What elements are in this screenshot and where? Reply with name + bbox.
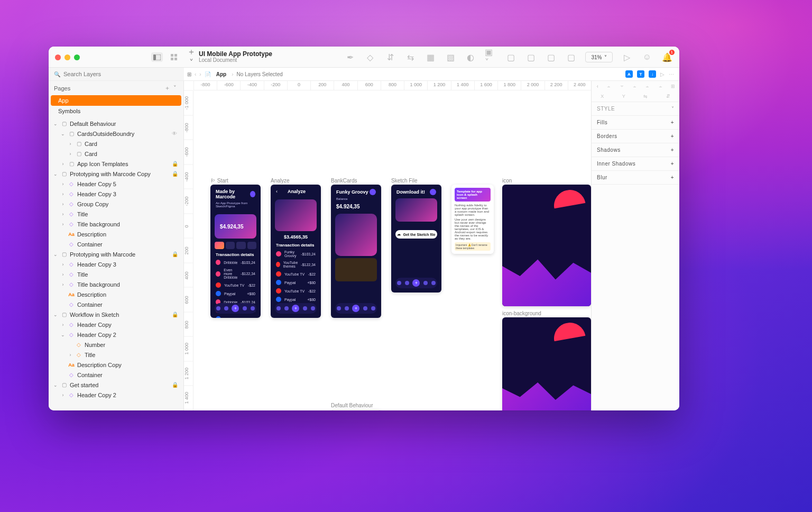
align-right-icon[interactable]: ⫟ bbox=[620, 84, 624, 89]
layer-row[interactable]: ⌄▢CardsOutsideBoundry👁 bbox=[49, 129, 183, 139]
artboard-label-bankcards[interactable]: BankCards bbox=[331, 178, 357, 184]
tab-stats-icon[interactable] bbox=[284, 306, 289, 310]
layer-row[interactable]: ›◇Title background bbox=[49, 219, 183, 229]
layer-row[interactable]: AaDescription bbox=[49, 289, 183, 299]
ellipsis-icon[interactable]: ⋯ bbox=[669, 71, 674, 77]
disclosure-open-icon[interactable]: ⌄ bbox=[53, 252, 58, 257]
lock-icon[interactable]: 🔒 bbox=[172, 171, 179, 177]
tab-stats-icon[interactable] bbox=[405, 281, 409, 285]
lock-icon[interactable]: 🔒 bbox=[172, 312, 179, 317]
artboard-icon-background[interactable] bbox=[502, 317, 591, 410]
plus-icon[interactable]: + bbox=[671, 175, 674, 180]
minimize-window-button[interactable] bbox=[64, 54, 70, 60]
ungroup-icon[interactable]: ▧ bbox=[445, 51, 456, 63]
back-icon[interactable]: ‹ bbox=[276, 189, 278, 194]
layer-row[interactable]: ›◇Header Copy 3 bbox=[49, 189, 183, 199]
artboard-label-analyze[interactable]: Analyze bbox=[271, 178, 290, 184]
breadcrumb-page[interactable]: App bbox=[214, 71, 228, 78]
artboard-label-sketchfile[interactable]: Sketch File bbox=[391, 178, 417, 184]
layer-row[interactable]: AaDescription Copy bbox=[49, 360, 183, 370]
align-left-icon[interactable]: ⫞ bbox=[596, 84, 598, 89]
layer-row[interactable]: ›◇Group Copy bbox=[49, 199, 183, 209]
layer-row[interactable]: ›◇Title bbox=[49, 269, 183, 279]
bool-intersect-icon[interactable]: ▢ bbox=[545, 51, 557, 63]
disclosure-closed-icon[interactable]: › bbox=[68, 352, 73, 358]
visibility-icon[interactable]: 👁 bbox=[172, 131, 179, 136]
grid-icon[interactable]: ⊞ bbox=[187, 71, 191, 77]
close-window-button[interactable] bbox=[55, 54, 61, 60]
tab-stats-icon[interactable] bbox=[345, 306, 349, 310]
layer-row[interactable]: ›◇Header Copy 3 bbox=[49, 259, 183, 269]
maximize-window-button[interactable] bbox=[74, 54, 80, 60]
layer-row[interactable]: ›◇Header Copy bbox=[49, 319, 183, 330]
tab-home-icon[interactable] bbox=[337, 306, 341, 310]
tab-home-icon[interactable] bbox=[276, 306, 281, 310]
bool-union-icon[interactable]: ▢ bbox=[505, 51, 516, 63]
layer-row[interactable]: ›▢Card bbox=[49, 149, 183, 159]
align-bottom-icon[interactable]: ⫠ bbox=[658, 84, 663, 89]
cloud-user-icon[interactable]: ☺ bbox=[641, 51, 653, 63]
tab-home-icon[interactable] bbox=[397, 281, 401, 285]
disclosure-closed-icon[interactable]: › bbox=[60, 272, 66, 277]
disclosure-closed-icon[interactable]: › bbox=[68, 141, 73, 147]
tab-cards-icon[interactable] bbox=[303, 306, 307, 310]
artboard-default-behaviour[interactable] bbox=[331, 409, 381, 410]
disclosure-open-icon[interactable]: ⌄ bbox=[53, 312, 58, 317]
disclosure-closed-icon[interactable]: › bbox=[60, 212, 66, 217]
flip-h-icon[interactable]: ⇋ bbox=[643, 94, 648, 99]
disclosure-open-icon[interactable]: ⌄ bbox=[53, 171, 58, 177]
artboard-label-iconbg[interactable]: icon-background bbox=[502, 310, 541, 316]
tab-profile-icon[interactable] bbox=[431, 281, 436, 285]
artboard-label-icon[interactable]: icon bbox=[502, 178, 512, 184]
prototype-pill-a[interactable]: A bbox=[625, 70, 633, 78]
layer-row[interactable]: AaDescription bbox=[49, 229, 183, 239]
tab-profile-icon[interactable] bbox=[251, 306, 255, 310]
inspector-inner-shadows[interactable]: Inner Shadows+ bbox=[592, 157, 679, 171]
lock-icon[interactable]: 🔒 bbox=[172, 161, 179, 167]
layer-row[interactable]: ◇Number bbox=[49, 340, 183, 350]
play-icon[interactable]: ▷ bbox=[660, 71, 665, 77]
flip-v-icon[interactable]: ⇵ bbox=[666, 94, 670, 99]
tab-home-icon[interactable] bbox=[216, 306, 220, 310]
inspector-style-header[interactable]: STYLE˅ bbox=[592, 102, 679, 116]
disclosure-closed-icon[interactable]: › bbox=[60, 161, 66, 167]
layer-row[interactable]: ⌄▢Prototyping with Marcode Copy🔒 bbox=[49, 169, 183, 179]
artboard-start[interactable]: Made by Marcode An App Prototype from Sk… bbox=[210, 185, 261, 318]
layer-list[interactable]: ⌄▢Default Behaviour⌄▢CardsOutsideBoundry… bbox=[49, 116, 183, 410]
insert-menu-button[interactable]: ＋ ˅ bbox=[184, 47, 199, 68]
layer-row[interactable]: ⌄▢Default Behaviour bbox=[49, 118, 183, 129]
plus-icon[interactable]: + bbox=[671, 161, 674, 167]
tab-profile-icon[interactable] bbox=[311, 306, 315, 310]
scale-icon[interactable]: ▣ ˅ bbox=[485, 51, 496, 63]
inspector-borders[interactable]: Borders+ bbox=[592, 130, 679, 143]
tab-add-button[interactable]: + bbox=[232, 305, 239, 312]
layer-row[interactable]: ›▢App Icon Templates🔒 bbox=[49, 159, 183, 169]
disclosure-closed-icon[interactable]: › bbox=[60, 191, 66, 197]
plus-icon[interactable]: + bbox=[671, 147, 674, 153]
align-v-icon[interactable]: ⇵ bbox=[384, 51, 396, 63]
nav-fwd-icon[interactable]: › bbox=[199, 71, 201, 77]
notifications-button[interactable]: 🔔1 bbox=[661, 51, 673, 63]
artboard-icon[interactable] bbox=[502, 185, 591, 306]
add-page-button[interactable]: ＋ bbox=[163, 84, 172, 92]
tab-profile-icon[interactable] bbox=[371, 306, 375, 310]
disclosure-closed-icon[interactable]: › bbox=[60, 262, 66, 267]
group-icon[interactable]: ▦ bbox=[425, 51, 436, 63]
nav-back-icon[interactable]: ‹ bbox=[195, 71, 196, 77]
mask-icon[interactable]: ◐ bbox=[465, 51, 476, 63]
artboard-label-default[interactable]: Default Behaviour bbox=[331, 403, 373, 408]
layer-row[interactable]: ⌄▢Prototyping with Marcode🔒 bbox=[49, 249, 183, 259]
page-row-app[interactable]: App bbox=[51, 95, 181, 106]
disclosure-closed-icon[interactable]: › bbox=[60, 202, 66, 207]
sidebar-toggle-button[interactable] bbox=[151, 52, 163, 62]
search-input[interactable] bbox=[63, 71, 179, 77]
play-preview-icon[interactable]: ▷ bbox=[621, 51, 633, 63]
layer-row[interactable]: ›◇Title background bbox=[49, 279, 183, 289]
tidy-icon[interactable]: ⊞ bbox=[671, 84, 675, 89]
symbol-tool-icon[interactable]: ◇ bbox=[364, 51, 376, 63]
bool-difference-icon[interactable]: ▢ bbox=[565, 51, 577, 63]
canvas[interactable]: -800-600-400-20002004006008001 0001 2001… bbox=[184, 81, 591, 410]
layer-row[interactable]: ⌄◇Header Copy 2 bbox=[49, 330, 183, 340]
tab-add-button[interactable]: + bbox=[352, 305, 359, 312]
layer-row[interactable]: ›◇Header Copy 2 bbox=[49, 390, 183, 400]
